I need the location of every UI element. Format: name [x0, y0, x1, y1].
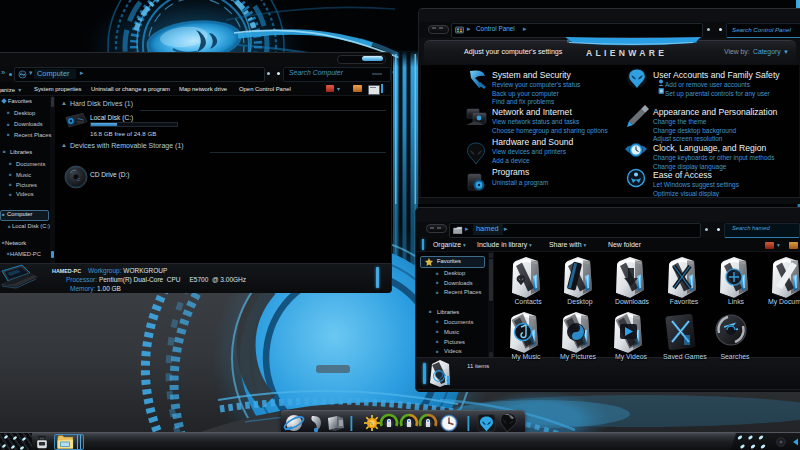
svg-text:75: 75	[369, 421, 374, 426]
svg-text:C: C	[77, 177, 80, 182]
